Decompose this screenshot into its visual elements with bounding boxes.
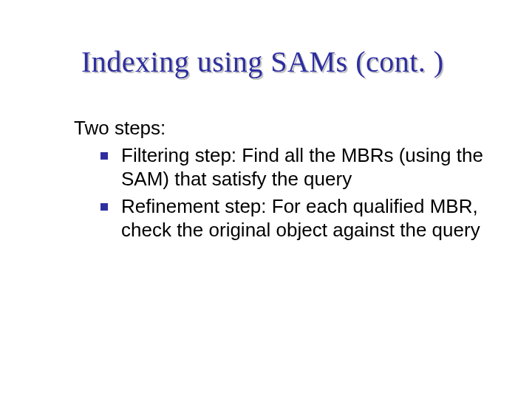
slide-body: Two steps: Filtering step: Find all the … xyxy=(74,116,495,242)
bullet-list: Filtering step: Find all the MBRs (using… xyxy=(74,143,495,242)
slide-title: Indexing using SAMs (cont. ) xyxy=(81,44,495,79)
list-item: Refinement step: For each qualified MBR,… xyxy=(100,194,495,242)
lead-text: Two steps: xyxy=(74,116,495,140)
list-item: Filtering step: Find all the MBRs (using… xyxy=(100,143,495,191)
slide: Indexing using SAMs (cont. ) Two steps: … xyxy=(0,0,532,399)
